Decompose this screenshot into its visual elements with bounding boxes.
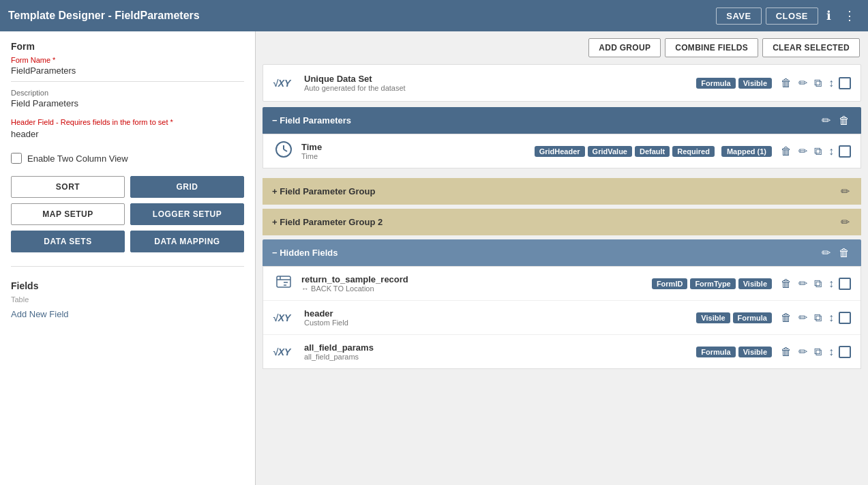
more-menu-button[interactable]: ⋮ [839,5,860,26]
svg-text:√XY: √XY [273,312,292,323]
delete-header-button[interactable]: 🗑 [779,310,794,325]
top-bar: Template Designer - FieldParameters SAVE… [0,0,868,31]
copy-afp-button[interactable]: ⧉ [812,344,824,359]
add-group-button[interactable]: ADD GROUP [588,38,661,57]
edit-rts-button[interactable]: ✏ [796,276,809,291]
move-dataset-button[interactable]: ↕ [826,76,836,91]
copy-rts-button[interactable]: ⧉ [812,276,824,291]
mapped-badge: Mapped (1) [721,146,772,157]
param-group-2-header[interactable]: + Field Parameter Group 2 ✏ [263,209,861,235]
param-group-1-label: + Field Parameter Group [272,186,375,196]
copy-time-button[interactable]: ⧉ [812,144,824,159]
move-rts-button[interactable]: ↕ [826,276,836,291]
tag-gridheader: GridHeader [535,146,585,157]
link-icon [273,272,295,295]
delete-afp-button[interactable]: 🗑 [779,344,794,359]
delete-dataset-button[interactable]: 🗑 [779,76,794,91]
hidden-fields-header-icons: ✏ 🗑 [820,245,852,261]
sort-button[interactable]: SORT [11,176,125,198]
header-field-row: √XY header Custom Field Visible Formula … [263,301,860,335]
grid-button[interactable]: GRID [130,176,244,198]
edit-hf-group-button[interactable]: ✏ [820,245,833,261]
data-mapping-button[interactable]: DATA MAPPING [130,231,244,252]
return-to-sample-field-row: return_to_sample_record ↔ BACK TO Locati… [263,267,860,301]
clear-selected-button[interactable]: CLEAR SELECTED [762,38,860,57]
enable-two-col-row: Enable Two Column View [11,153,244,164]
divider [11,266,244,267]
param-group-1-header[interactable]: + Field Parameter Group ✏ [263,178,861,205]
header-value: header [11,129,244,139]
form-section-title: Form [11,41,244,52]
tag-default: Default [635,146,670,157]
field-parameters-group: − Field Parameters ✏ 🗑 [256,107,868,168]
delete-time-button[interactable]: 🗑 [779,144,794,159]
move-afp-button[interactable]: ↕ [826,344,836,359]
map-setup-button[interactable]: MAP SETUP [11,203,125,225]
time-row-actions: 🗑 ✏ ⧉ ↕ [779,143,851,159]
right-toolbar: ADD GROUP COMBINE FIELDS CLEAR SELECTED [256,31,868,64]
delete-rts-button[interactable]: 🗑 [779,276,794,291]
enable-two-col-checkbox[interactable] [11,153,22,164]
clock-icon [273,140,295,162]
time-field-name: Time [301,142,528,152]
combine-fields-button[interactable]: COMBINE FIELDS [665,38,758,57]
edit-afp-button[interactable]: ✏ [796,344,809,359]
info-button[interactable]: ℹ [822,5,835,26]
description-value: Field Parameters [11,98,244,108]
data-sets-button[interactable]: DATA SETS [11,231,125,252]
dataset-info: Unique Data Set Auto generated for the d… [304,74,689,92]
afp-checkbox[interactable] [839,346,851,358]
dataset-checkbox[interactable] [839,77,851,89]
time-field-info: Time Time [301,142,528,160]
return-to-sample-info: return_to_sample_record ↔ BACK TO Locati… [301,274,645,293]
fields-title: Fields [11,280,244,291]
app-title: Template Designer - FieldParameters [8,10,200,22]
formula-icon: √XY [273,72,297,91]
return-to-sample-name: return_to_sample_record [301,274,645,284]
hidden-fields-header[interactable]: − Hidden Fields ✏ 🗑 [263,239,861,266]
copy-header-button[interactable]: ⧉ [812,310,824,325]
field-parameters-label: − Field Parameters [272,115,351,126]
delete-hf-group-button[interactable]: 🗑 [837,245,852,261]
right-panel: ADD GROUP COMBINE FIELDS CLEAR SELECTED … [256,31,868,485]
time-field-row: Time Time GridHeader GridValue Default R… [263,134,860,168]
description-label: Description [11,89,244,97]
time-checkbox[interactable] [839,145,851,158]
fields-section: Fields Table Add New Field [11,280,244,319]
field-parameters-body: Time Time GridHeader GridValue Default R… [263,134,861,168]
form-name-label: Form Name * [11,56,244,64]
afp-field-tags: Formula Visible [696,347,772,357]
edit-header-button[interactable]: ✏ [796,310,809,325]
tag-visible-afp: Visible [738,347,772,357]
copy-dataset-button[interactable]: ⧉ [812,76,824,91]
edit-fp-group-button[interactable]: ✏ [820,113,833,128]
add-new-field-link[interactable]: Add New Field [11,309,69,319]
action-buttons-grid: SORT GRID MAP SETUP LOGGER SETUP DATA SE… [11,176,244,252]
tag-formula: Formula [696,78,735,89]
save-button[interactable]: SAVE [716,8,761,25]
delete-fp-group-button[interactable]: 🗑 [837,113,852,128]
dataset-subtitle: Auto generated for the dataset [304,84,689,92]
logger-setup-button[interactable]: LOGGER SETUP [130,203,244,225]
header-field-info: header Custom Field [304,308,689,327]
edit-time-button[interactable]: ✏ [796,143,809,159]
tag-required: Required [672,146,715,157]
edit-pg1-button[interactable]: ✏ [839,183,852,199]
header-checkbox[interactable] [839,312,851,324]
close-button[interactable]: CLOSE [766,8,818,25]
dataset-row: √XY Unique Data Set Auto generated for t… [263,64,861,102]
edit-dataset-button[interactable]: ✏ [796,75,809,91]
edit-pg2-button[interactable]: ✏ [839,214,852,230]
tag-formtype: FormType [690,278,735,289]
move-time-button[interactable]: ↕ [826,144,836,159]
time-field-sub: Time [301,152,528,160]
rts-checkbox[interactable] [839,278,851,290]
tag-formula-h: Formula [733,312,772,323]
form-name-value: FieldParameters [11,65,244,82]
param-group-1: + Field Parameter Group ✏ [256,178,868,205]
move-header-button[interactable]: ↕ [826,310,836,325]
field-parameters-header[interactable]: − Field Parameters ✏ 🗑 [263,107,861,134]
dataset-icon: √XY [273,72,297,94]
table-label: Table [11,295,244,304]
header-field-warning: Header Field - Requires fields in the fo… [11,118,244,126]
